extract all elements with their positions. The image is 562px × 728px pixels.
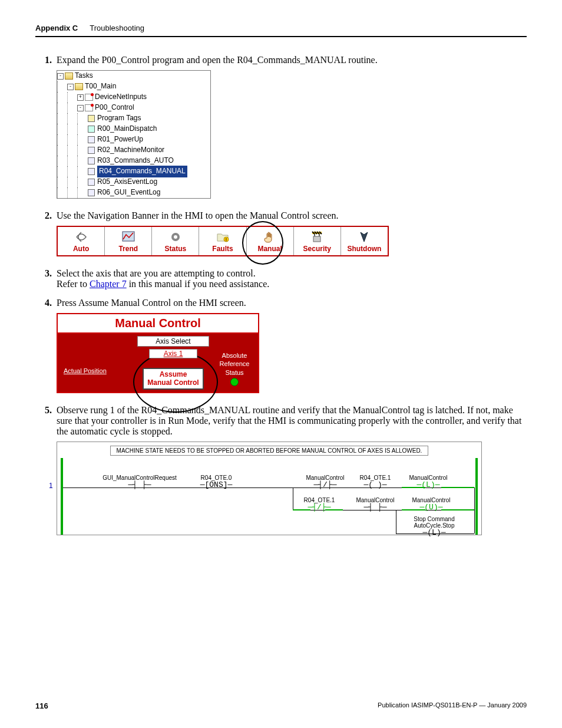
axis-select-label: Axis Select: [137, 336, 209, 347]
tree-root[interactable]: -Tasks: [57, 71, 210, 81]
program-tree: -Tasks -T00_Main +DeviceNetInputs -P00_C…: [57, 70, 211, 199]
manual-control-panel: Manual Control Actual Position Axis Sele…: [57, 313, 259, 393]
svg-text:!: !: [226, 238, 227, 242]
step-text: Expand the P00_Control program and open …: [57, 55, 527, 65]
trend-icon: [119, 229, 138, 245]
step-text: Press Assume Manual Control on the HMI s…: [57, 298, 527, 308]
step-text: Select the axis that are you are attempt…: [57, 268, 527, 289]
left-rail: [61, 458, 63, 535]
coil-latch: Stop CommandAutoCycle.Stop─(L)─: [402, 516, 467, 537]
expand-icon[interactable]: +: [77, 94, 84, 101]
publication-info: Publication IASIMP-QS011B-EN-P — January…: [378, 701, 527, 710]
page-footer: 116 Publication IASIMP-QS011B-EN-P — Jan…: [35, 701, 527, 710]
rung-number: 1: [49, 482, 53, 490]
page-header: Appendix C Troubleshooting: [35, 24, 527, 37]
panel-title: Manual Control: [58, 314, 258, 334]
tree-item[interactable]: R00_MainDispatch: [57, 124, 210, 134]
step-number: 3.: [35, 268, 57, 289]
step-text: Use the Navigation Banner in the HMI to …: [57, 210, 527, 221]
step-number: 1.: [35, 55, 57, 65]
shutdown-icon: [355, 229, 373, 245]
step-3: 3. Select the axis that are you are atte…: [35, 268, 527, 289]
step-5: 5. Observe rung 1 of the R04_Commands_MA…: [35, 405, 527, 437]
svg-point-2: [174, 235, 177, 239]
figure-ladder: MACHINE STATE NEEDS TO BE STOPPED OR ABO…: [57, 442, 527, 535]
reference-status: AbsoluteReferenceStatus: [211, 334, 258, 392]
tree-item[interactable]: R05_AxisEventLog: [57, 177, 210, 187]
right-rail: [475, 458, 478, 535]
nav-auto[interactable]: Auto: [58, 227, 104, 255]
step-number: 2.: [35, 210, 57, 221]
figure-navbar: Auto Trend Status !Faults Manual Securit…: [57, 226, 527, 256]
assume-manual-button[interactable]: AssumeManual Control: [143, 368, 203, 390]
figure-tree: -Tasks -T00_Main +DeviceNetInputs -P00_C…: [57, 70, 527, 199]
hand-icon: [260, 229, 279, 245]
figure-manual-control: Manual Control Actual Position Axis Sele…: [57, 313, 527, 393]
tree-item[interactable]: R01_PowerUp: [57, 134, 210, 145]
actual-position-label: Actual Position: [64, 367, 107, 374]
tree-main[interactable]: -T00_Main: [57, 81, 210, 92]
lock-icon: [308, 229, 326, 245]
chapter-link[interactable]: Chapter 7: [90, 279, 127, 289]
contact-xic: GUI_ManualControlRequest─┤ ├─: [98, 475, 181, 489]
step-4: 4. Press Assume Manual Control on the HM…: [35, 298, 527, 308]
ons-instruction: R04_OTE.0─[ONS]─: [193, 475, 240, 489]
gear-icon: [166, 229, 185, 245]
nav-shutdown[interactable]: Shutdown: [340, 227, 388, 255]
nav-security[interactable]: Security: [293, 227, 340, 255]
nav-trend[interactable]: Trend: [104, 227, 151, 255]
step-text: Observe rung 1 of the R04_Commands_MANUA…: [57, 405, 527, 437]
nav-faults[interactable]: !Faults: [199, 227, 246, 255]
tree-item[interactable]: R06_GUI_EventLog: [57, 187, 210, 198]
step-1: 1. Expand the P00_Control program and op…: [35, 55, 527, 65]
axis-dropdown[interactable]: Axis 1: [149, 349, 197, 358]
tree-item[interactable]: Program Tags: [57, 113, 210, 124]
status-indicator-icon: [230, 378, 239, 386]
coil-ote: R04_OTE.1─( )─: [352, 475, 399, 489]
svg-rect-5: [313, 236, 320, 242]
ladder-comment: MACHINE STATE NEEDS TO BE STOPPED OR ABO…: [110, 446, 428, 456]
step-2: 2. Use the Navigation Banner in the HMI …: [35, 210, 527, 221]
contact-xic: ManualControl─┤ ├─: [349, 497, 402, 512]
tree-item[interactable]: R02_MachineMonitor: [57, 145, 210, 156]
auto-icon: [72, 229, 91, 245]
tree-item-selected[interactable]: R04_Commands_MANUAL: [57, 166, 210, 177]
step-number: 5.: [35, 405, 57, 437]
folder-alert-icon: !: [213, 229, 232, 245]
tree-item[interactable]: +DeviceNetInputs: [57, 92, 210, 103]
hmi-nav-banner: Auto Trend Status !Faults Manual Securit…: [57, 226, 389, 256]
collapse-icon[interactable]: -: [57, 73, 64, 80]
collapse-icon[interactable]: -: [67, 84, 74, 90]
tree-item[interactable]: R03_Commands_AUTO: [57, 156, 210, 166]
collapse-icon[interactable]: -: [77, 105, 84, 111]
appendix-label: Appendix C: [35, 24, 78, 32]
step-number: 4.: [35, 298, 57, 308]
ladder-diagram: MACHINE STATE NEEDS TO BE STOPPED OR ABO…: [57, 442, 482, 535]
nav-status[interactable]: Status: [151, 227, 199, 255]
tree-item[interactable]: -P00_Control: [57, 103, 210, 113]
contact-xio: ManualControl─┤/├─: [299, 475, 352, 489]
header-title: Troubleshooting: [90, 24, 144, 32]
nav-manual[interactable]: Manual: [246, 227, 293, 255]
page-number: 116: [35, 701, 48, 710]
